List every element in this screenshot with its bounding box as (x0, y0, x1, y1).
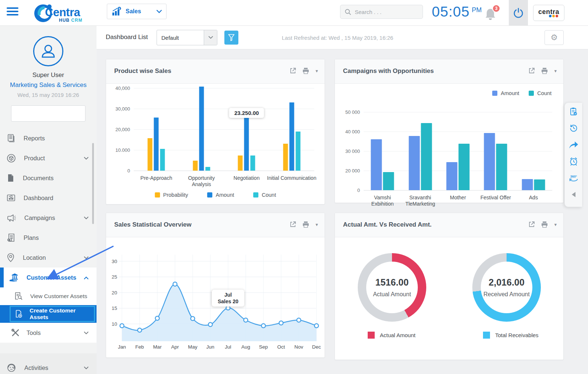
open-in-new-icon[interactable] (290, 221, 296, 228)
sidebar-item-product[interactable]: Product (0, 148, 97, 168)
bars (283, 102, 300, 171)
settings-button[interactable]: ⚙ (545, 30, 564, 45)
open-in-new-icon[interactable] (290, 67, 296, 74)
legend-item-amount[interactable]: Amount (492, 90, 519, 96)
bar-count[interactable] (160, 149, 165, 171)
user-datetime: Wed, 15 may 2019 16:26 (0, 92, 97, 98)
line-point[interactable] (297, 318, 301, 322)
print-icon[interactable] (541, 67, 548, 74)
history-clock-icon[interactable] (568, 123, 579, 133)
bar-count[interactable] (205, 167, 210, 171)
alarm-clock-icon[interactable] (568, 156, 579, 167)
bar-probability[interactable] (148, 138, 153, 171)
card-campaigns-with-opportunities: Campaigns with Opportunities ▾ Amount Co… (335, 59, 564, 203)
chart-legend: Probability Amount Count (155, 192, 276, 198)
card-product-wise-sales: Product wise Sales ▾ 23.250.00 40,00030,… (106, 59, 325, 205)
sidebar-item-plans[interactable]: Plans (0, 228, 97, 248)
filter-button[interactable] (224, 31, 238, 45)
legend-item-total-receivables[interactable]: Total Receivables (483, 332, 539, 339)
line-point[interactable] (279, 321, 283, 325)
caret-down-icon[interactable]: ▾ (315, 222, 318, 227)
sidebar-item-view-customer-assets[interactable]: View Customer Assets (0, 287, 97, 305)
sidebar-item-reports[interactable]: Reports (0, 128, 97, 148)
bar-count[interactable] (459, 144, 470, 190)
user-profile-block: Super User Marketing Sales & Services We… (0, 26, 97, 98)
search-input[interactable] (355, 9, 414, 15)
dashboard-toolbar: Dashboard List Default Last Refreshed at… (97, 26, 588, 49)
legend-item-count[interactable]: Count (529, 90, 552, 96)
legend-item-amount[interactable]: Amount (207, 192, 234, 198)
sidebar-item-dashboard[interactable]: Dashboard (0, 188, 97, 208)
line-point[interactable] (173, 282, 177, 286)
donut-actual-amount: 1516.00 Actual Amount (358, 253, 426, 322)
product-cube-icon (7, 154, 16, 163)
line-point[interactable] (315, 324, 319, 328)
bar-count[interactable] (383, 172, 394, 190)
line-point[interactable] (244, 318, 248, 322)
bar-amount[interactable] (244, 112, 249, 171)
bar-probability[interactable] (238, 155, 243, 171)
dashboard-select[interactable]: Default (157, 30, 217, 45)
line-point[interactable] (262, 324, 266, 328)
bar-amount[interactable] (199, 87, 204, 171)
sidebar-item-customer-assets[interactable]: Customer Assets (0, 268, 97, 287)
sidebar: Super User Marketing Sales & Services We… (0, 26, 97, 374)
sidebar-item-create-customer-assets[interactable]: Create Customer Assets (0, 305, 97, 323)
sidebar-item-location[interactable]: Location (0, 248, 97, 268)
module-selector[interactable]: $ Sales (107, 4, 167, 19)
bar-amount[interactable] (522, 179, 533, 190)
last-refreshed-text: Last Refreshed at: Wed , 15 May 2019, 16… (282, 35, 393, 41)
caret-down-icon[interactable]: ▾ (554, 68, 557, 74)
sidebar-item-tools[interactable]: Tools (0, 323, 97, 343)
logout-power-button[interactable] (509, 0, 528, 26)
legend-item-count[interactable]: Count (253, 192, 276, 198)
open-in-new-icon[interactable] (528, 221, 535, 228)
sidebar-scrollbar[interactable] (92, 143, 94, 224)
sidebar-item-campaigns[interactable]: Campaigns (0, 208, 97, 228)
bar-count[interactable] (295, 132, 300, 171)
legend-item-probability[interactable]: Probability (155, 192, 188, 198)
avatar[interactable] (33, 36, 63, 66)
line-point[interactable] (209, 322, 213, 326)
bar-amount[interactable] (154, 118, 159, 171)
print-icon[interactable] (541, 221, 548, 228)
share-arrow-icon[interactable] (568, 140, 579, 150)
caret-down-icon[interactable]: ▾ (315, 68, 318, 74)
sidebar-search-input[interactable] (16, 111, 83, 116)
print-icon[interactable] (302, 221, 309, 228)
bar-count[interactable] (496, 144, 507, 190)
category-label: Vamshi Exbihition (371, 195, 394, 207)
line-point[interactable] (138, 328, 142, 332)
bar-count[interactable] (251, 155, 255, 171)
collapse-panel-icon[interactable] (568, 189, 579, 200)
bar-amount[interactable] (447, 162, 458, 190)
bar-count[interactable] (421, 123, 432, 190)
line-point[interactable] (155, 316, 160, 320)
bar-probability[interactable] (283, 144, 288, 171)
card-header: Actual Amt. Vs Received Amt. ▾ (335, 213, 563, 237)
card-title: Actual Amt. Vs Received Amt. (343, 221, 432, 228)
line-point[interactable] (120, 324, 124, 328)
y-axis-tick-label: 30 (112, 259, 117, 264)
rotate-360-icon[interactable]: 360° (568, 173, 579, 183)
bar-count[interactable] (534, 179, 545, 190)
bar-amount[interactable] (371, 139, 382, 190)
hamburger-menu-icon[interactable] (7, 7, 18, 17)
notifications-button[interactable]: 3 (483, 5, 500, 22)
bar-group: Sravanthi TleMarketing (401, 112, 439, 190)
caret-down-icon[interactable]: ▾ (554, 222, 557, 227)
user-department[interactable]: Marketing Sales & Services (0, 81, 97, 89)
line-point[interactable] (191, 317, 195, 321)
bar-amount[interactable] (409, 136, 420, 190)
sidebar-search (11, 105, 85, 122)
bar-amount[interactable] (484, 133, 495, 190)
legend-item-actual-amount[interactable]: Actual Amount (368, 332, 416, 339)
open-in-new-icon[interactable] (528, 67, 535, 74)
account-logo-badge[interactable]: centra (533, 5, 564, 21)
sidebar-item-documents[interactable]: Documents (0, 168, 97, 188)
sidebar-item-activities[interactable]: Activities (0, 358, 97, 374)
print-icon[interactable] (302, 67, 309, 74)
clipboard-check-icon[interactable] (568, 106, 579, 117)
bar-probability[interactable] (193, 161, 197, 171)
bar-amount[interactable] (289, 102, 294, 171)
